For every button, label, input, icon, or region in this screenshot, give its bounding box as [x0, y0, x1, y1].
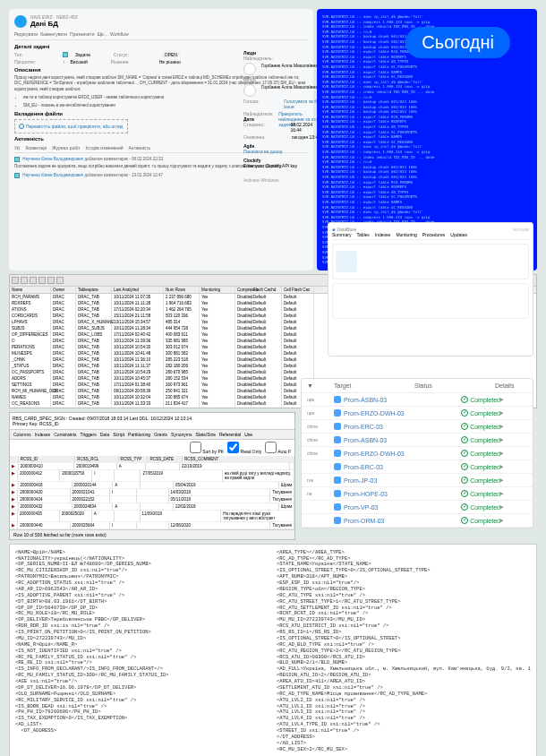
activate-windows: Activate Windows — [243, 177, 324, 183]
checkbox-icon — [14, 173, 20, 178]
grid-btn[interactable] — [56, 277, 64, 284]
checkbox-icon — [14, 157, 20, 162]
rbs-tab[interactable]: Data — [100, 432, 110, 437]
rbs-row[interactable]: ▶20000004202000021041I14/03/2019Татуванн… — [10, 489, 294, 496]
tab-activity[interactable]: Активність — [129, 145, 151, 150]
target-row[interactable]: Prom-ORM-03Completed▸ — [302, 514, 533, 528]
xml-right: <AREA_TYPE></AREA_TYPE> <RC_AD_TYPE></RC… — [277, 550, 531, 753]
grid-btn[interactable] — [30, 277, 37, 284]
target-row[interactable]: Prom-VP-03Completed▸ — [302, 501, 533, 514]
target-row[interactable]: chineProm-ERC-03Completed▸ — [302, 420, 533, 434]
dropzone[interactable]: Перемістіть файли, щоб прикріпити, або о… — [14, 119, 128, 133]
target-list: ▼ Target Status Details upeProm-ASBN-03C… — [301, 378, 533, 528]
read-only[interactable]: Read Only — [227, 442, 261, 454]
log-meta: добавлен комментарик - 08.02.2024 22:33 — [84, 158, 162, 162]
check-icon — [461, 396, 468, 403]
created-label: Створено: — [243, 122, 285, 133]
check-icon — [461, 477, 468, 484]
log-author-2[interactable]: Наученко Євген Володимирович — [22, 173, 83, 177]
rbs-row[interactable]: ▶20000004102000019499A22/10/2019 — [10, 463, 294, 470]
refresh-icon — [19, 124, 24, 129]
status-value: OPEN — [162, 52, 180, 57]
tab-all[interactable]: Усі — [14, 145, 20, 150]
author-label: Автор — [243, 77, 286, 82]
resolution-value: Не рішено — [159, 59, 181, 64]
rbs-tab[interactable]: Stats/Size — [195, 432, 216, 437]
filter-icon[interactable]: ▼ — [307, 382, 334, 389]
table-row[interactable]: OC_PASSPORTSDRACDRAC_TAB10/11/2024 10:54… — [10, 369, 536, 375]
check-icon — [461, 450, 468, 457]
rbs-tab[interactable]: Grants — [154, 432, 167, 437]
rbs-tab[interactable]: Synonyms — [171, 432, 192, 437]
project-icon — [14, 15, 27, 28]
rbs-tab[interactable]: Indexes — [35, 432, 51, 437]
assign-button[interactable]: Призначити — [70, 31, 94, 37]
auto-f[interactable]: Auto F — [265, 442, 291, 454]
rbs-panel: RBS_CARD_SPEC_SIGN : Created: 09/07/2018… — [9, 412, 295, 540]
rbs-tab[interactable]: Constraints — [54, 432, 76, 437]
comment-button[interactable]: Коментувати — [40, 31, 67, 37]
db-tab[interactable]: Tables — [356, 232, 369, 237]
grid-btn[interactable] — [21, 277, 28, 284]
grid-btn[interactable] — [47, 277, 55, 284]
rbs-row[interactable]: ▶20000004322000024834A22/02/2018Шрам — [10, 503, 294, 511]
dropzone-label: Перемістіть файли, щоб прикріпити, або о… — [26, 124, 124, 129]
rbs-tab[interactable]: Referential — [219, 432, 241, 437]
avatar — [243, 84, 256, 97]
rbs-row[interactable]: ▶20000004182000020144A05/04/2019Шрам — [10, 482, 294, 489]
target-row[interactable]: upeProm-ERZO-DWH-03Completed▸ — [302, 407, 533, 420]
target-row[interactable]: upeProm-ASBN-03Completed▸ — [302, 393, 533, 407]
log-author[interactable]: Наученко Євген Володимирович — [22, 158, 83, 162]
db-card[interactable] — [332, 244, 529, 279]
target-row[interactable]: rueProm-JP-03Completed▸ — [302, 474, 533, 487]
rbs-tab[interactable]: Partitioning — [128, 432, 150, 437]
db-icon — [336, 251, 357, 272]
more-button[interactable]: Ще... — [97, 31, 107, 37]
type-icon — [63, 52, 68, 57]
db-tab[interactable]: Monitoring — [396, 232, 416, 237]
tab-history[interactable]: Історів изменений — [86, 145, 124, 150]
db-tab[interactable]: Procedures — [422, 232, 446, 237]
agile-link[interactable]: Показати на дошці — [243, 149, 282, 154]
workflow-button[interactable]: Workflow — [110, 31, 128, 37]
dates-panel: Дати Створено:08.02.2024 16:44 Оновлено:… — [243, 116, 324, 183]
db-tab[interactable]: Updates — [450, 232, 467, 237]
rbs-tab[interactable]: Columns — [13, 432, 31, 437]
edit-button[interactable]: Редагувати — [14, 31, 38, 37]
table-row[interactable]: _STATUSDRACDRAC_TAB10/11/2024 11:11:3728… — [10, 363, 536, 369]
target-row[interactable]: neProm-HOPE-03Completed▸ — [302, 487, 533, 501]
avatar — [243, 63, 256, 75]
rbs-tab[interactable]: Use — [244, 432, 252, 437]
target-row[interactable]: chineProm-ERZO-DWH-03Completed▸ — [302, 447, 533, 460]
rbs-row[interactable]: ▶20000004402000025664I12/08/2020Татуванн… — [10, 522, 294, 529]
target-row[interactable]: Prom-ERC-03Completed▸ — [302, 460, 533, 474]
type-value: Задача — [75, 52, 90, 57]
row-count: Row 10 of 500 fetched so far (more rows … — [10, 529, 294, 539]
check-icon — [461, 503, 468, 511]
db-tab[interactable]: Indexes — [375, 232, 391, 237]
rbs-row[interactable]: ▶2000000424200002215205/11/2019Татування — [10, 496, 294, 503]
ticket-toolbar: Редагувати Коментувати Призначити Ще... … — [14, 31, 308, 40]
xml-preview: <NAME>Юрій</NAME> <NATIONALITY>українець… — [9, 544, 537, 756]
tab-worklog[interactable]: Журнал робіт — [52, 145, 80, 150]
grid-btn[interactable] — [12, 277, 19, 284]
rbs-tab[interactable]: Triggers — [81, 432, 97, 437]
rbs-row[interactable]: ▶20000004122000018750I27/05/2019на лівій… — [10, 470, 294, 482]
table-row[interactable]: _CHNKDRACDRAC_TAB10/11/2024 11:36:10285 … — [10, 357, 536, 363]
col-status[interactable]: Status — [414, 382, 495, 389]
check-icon — [461, 409, 468, 417]
grid-btn[interactable] — [38, 277, 46, 284]
ticket-title: Дані БД — [30, 20, 78, 28]
col-details[interactable]: Details — [495, 382, 527, 389]
sort-pk[interactable]: Sort by PK — [190, 442, 224, 454]
log-meta-2: добавлен комментарик - 13.02.2024 12:47 — [84, 173, 162, 177]
rbs-pk: Primary Key: RCSS_ID — [13, 421, 292, 426]
ticket-panel: NAIS ERIZ - NERZ-453 Дані БД Редагувати … — [9, 9, 313, 271]
db-card-2[interactable] — [332, 283, 529, 319]
tab-comments[interactable]: Коментарі — [25, 145, 47, 150]
target-row[interactable]: chineProm-ASBN-03Completed▸ — [302, 434, 533, 447]
col-target[interactable]: Target — [334, 382, 414, 389]
rbs-tab[interactable]: Script — [113, 432, 124, 437]
db-tab[interactable]: Summary — [332, 232, 351, 237]
rbs-row[interactable]: ▶20000004352000025029A11/09/2019На перед… — [10, 511, 294, 522]
